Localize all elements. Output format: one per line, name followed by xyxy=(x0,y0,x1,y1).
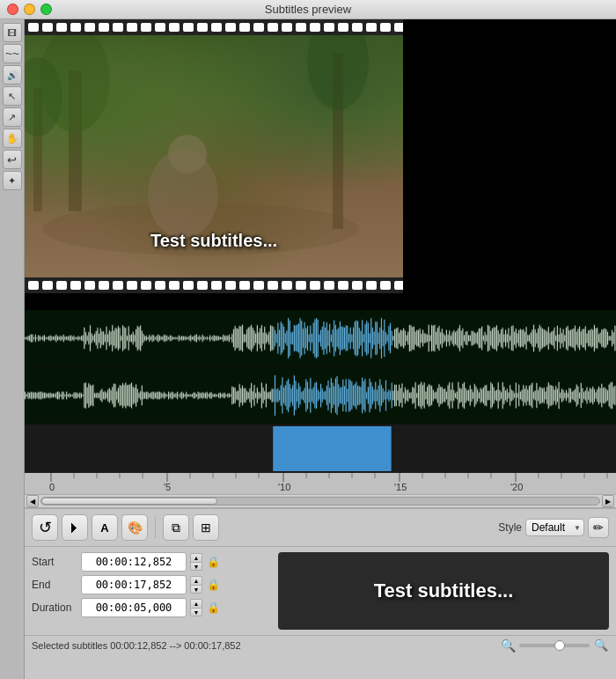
end-lock-icon[interactable]: 🔒 xyxy=(206,578,220,592)
film-hole xyxy=(268,281,278,290)
film-hole xyxy=(169,281,180,290)
scrollbar-area: ◀ ▶ xyxy=(25,494,616,508)
grid-button[interactable]: ⊞ xyxy=(193,514,219,541)
film-hole xyxy=(99,23,109,32)
subtitle-preview-text: Test subtitles... xyxy=(374,579,514,602)
svg-text:'15: '15 xyxy=(394,482,407,492)
scroll-right-button[interactable]: ▶ xyxy=(602,495,614,507)
video-area: Test subtitles... xyxy=(25,19,616,310)
effect-tool-button[interactable]: ✦ xyxy=(3,171,22,190)
film-hole xyxy=(268,23,278,32)
play-button[interactable]: ⏵ xyxy=(62,514,88,541)
film-hole xyxy=(127,281,137,290)
style-select[interactable]: Default xyxy=(525,519,584,536)
film-tool-button[interactable]: 🎞 xyxy=(3,23,22,42)
film-hole xyxy=(84,281,95,290)
cursor-tool-button[interactable]: ↖ xyxy=(3,86,22,106)
copy-button[interactable]: ⧉ xyxy=(163,514,189,541)
color-button[interactable]: 🎨 xyxy=(121,514,148,541)
close-button[interactable] xyxy=(7,4,18,15)
zoom-slider[interactable] xyxy=(519,644,590,647)
timeline-ruler: 0 '5 '10 '15 '20 xyxy=(25,473,616,494)
film-hole xyxy=(225,23,236,32)
time-fields-area: Start ▲ ▼ 🔒 End ▲ ▼ 🔒 xyxy=(25,547,616,635)
zoom-thumb[interactable] xyxy=(554,640,565,651)
film-hole xyxy=(394,281,403,290)
style-select-wrapper[interactable]: Default xyxy=(525,519,584,536)
film-hole xyxy=(296,23,306,32)
film-hole xyxy=(99,281,109,290)
film-hole xyxy=(28,281,39,290)
film-hole xyxy=(127,23,137,32)
controls-bar: ↺ ⏵ A 🎨 ⧉ ⊞ Style Default ✏ xyxy=(25,508,616,547)
film-hole xyxy=(324,23,334,32)
film-hole xyxy=(211,23,222,32)
pointer-tool-button[interactable]: ↗ xyxy=(3,107,22,127)
window-title: Subtitles preview xyxy=(265,3,351,16)
end-spinner[interactable]: ▲ ▼ xyxy=(190,576,202,594)
controls-separator xyxy=(155,517,156,538)
start-spinner[interactable]: ▲ ▼ xyxy=(190,553,202,571)
film-strip-bottom xyxy=(25,277,403,293)
duration-spinner[interactable]: ▲ ▼ xyxy=(190,599,202,616)
start-spin-up[interactable]: ▲ xyxy=(190,553,202,562)
scroll-thumb[interactable] xyxy=(41,498,217,505)
end-spin-down[interactable]: ▼ xyxy=(190,585,202,594)
status-text: Selected subtitles 00:00:12,852 --> 00:0… xyxy=(32,640,241,651)
film-hole xyxy=(380,23,391,32)
duration-spin-up[interactable]: ▲ xyxy=(190,599,202,608)
film-hole xyxy=(70,281,81,290)
scroll-track[interactable] xyxy=(40,497,600,506)
film-hole xyxy=(155,23,165,32)
film-holes-bottom xyxy=(25,281,403,290)
time-fields: Start ▲ ▼ 🔒 End ▲ ▼ 🔒 xyxy=(25,547,271,635)
window-controls[interactable] xyxy=(7,4,52,15)
minimize-button[interactable] xyxy=(24,4,35,15)
speaker-tool-button[interactable]: 🔊 xyxy=(3,65,22,85)
svg-point-6 xyxy=(307,35,369,110)
film-hole xyxy=(239,23,250,32)
end-spin-up[interactable]: ▲ xyxy=(190,576,202,585)
edit-style-button[interactable]: ✏ xyxy=(588,517,609,538)
duration-spin-down[interactable]: ▼ xyxy=(190,608,202,616)
film-hole xyxy=(310,23,320,32)
svg-text:'5: '5 xyxy=(164,482,171,492)
font-button[interactable]: A xyxy=(92,514,118,541)
status-bar: Selected subtitles 00:00:12,852 --> 00:0… xyxy=(25,635,616,654)
end-input[interactable] xyxy=(81,575,187,594)
film-hole xyxy=(84,23,95,32)
duration-input[interactable] xyxy=(81,598,187,617)
film-hole xyxy=(141,23,151,32)
main-area: 🎞 〜〜 🔊 ↖ ↗ ✋ ↩ ✦ xyxy=(0,19,616,679)
maximize-button[interactable] xyxy=(40,4,52,15)
film-hole xyxy=(253,281,264,290)
film-hole xyxy=(155,281,165,290)
waveform-canvas-1 xyxy=(25,310,616,366)
svg-text:0: 0 xyxy=(49,482,55,492)
zoom-in-button[interactable]: 🔍 xyxy=(593,638,609,653)
zoom-controls: 🔍 🔍 xyxy=(500,638,609,653)
left-toolbar: 🎞 〜〜 🔊 ↖ ↗ ✋ ↩ ✦ xyxy=(0,19,25,679)
duration-label: Duration xyxy=(32,602,77,614)
scroll-left-button[interactable]: ◀ xyxy=(26,495,39,507)
duration-lock-icon[interactable]: 🔒 xyxy=(206,601,220,615)
style-label: Style xyxy=(498,521,522,534)
black-panel xyxy=(403,19,616,310)
film-hole xyxy=(380,281,391,290)
start-input[interactable] xyxy=(81,552,187,572)
start-lock-icon[interactable]: 🔒 xyxy=(206,555,220,569)
title-bar: Subtitles preview xyxy=(0,0,616,19)
film-hole xyxy=(296,281,306,290)
film-hole xyxy=(141,281,151,290)
start-spin-down[interactable]: ▼ xyxy=(190,562,202,571)
film-strip-top xyxy=(25,19,403,35)
zoom-out-button[interactable]: 🔍 xyxy=(500,638,516,653)
refresh-button[interactable]: ↺ xyxy=(32,514,58,541)
film-hole xyxy=(352,281,363,290)
waveform-tool-button[interactable]: 〜〜 xyxy=(3,44,22,63)
undo-tool-button[interactable]: ↩ xyxy=(3,150,22,169)
hand-tool-button[interactable]: ✋ xyxy=(3,129,22,148)
film-hole xyxy=(113,281,123,290)
film-hole xyxy=(338,23,348,32)
end-row: End ▲ ▼ 🔒 xyxy=(32,575,264,594)
